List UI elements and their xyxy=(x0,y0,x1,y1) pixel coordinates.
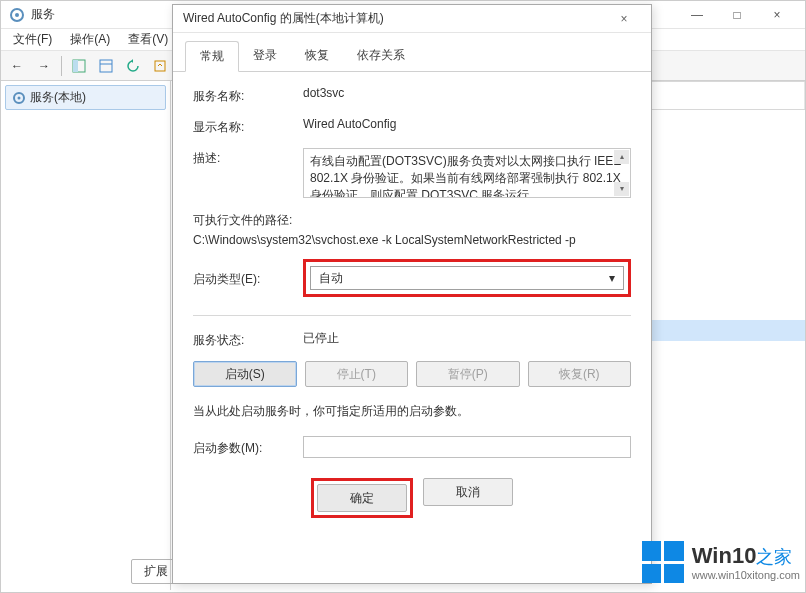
dialog-tabs: 常规 登录 恢复 依存关系 xyxy=(173,33,651,72)
label-start-type: 启动类型(E): xyxy=(193,269,303,288)
value-svc-name: dot3svc xyxy=(303,86,631,100)
startup-type-select[interactable]: 自动 ▾ xyxy=(310,266,624,290)
export-icon xyxy=(153,59,167,73)
maximize-button[interactable]: □ xyxy=(717,1,757,29)
value-desc: 有线自动配置(DOT3SVC)服务负责对以太网接口执行 IEEE 802.1X … xyxy=(310,154,621,198)
main-title: 服务 xyxy=(31,6,55,23)
label-exe-path: 可执行文件的路径: xyxy=(193,210,292,229)
watermark-url: www.win10xitong.com xyxy=(692,569,800,581)
start-button[interactable]: 启动(S) xyxy=(193,361,297,387)
nav-node-label: 服务(本地) xyxy=(30,89,86,106)
resume-button: 恢复(R) xyxy=(528,361,632,387)
properties-dialog: Wired AutoConfig 的属性(本地计算机) × 常规 登录 恢复 依… xyxy=(172,4,652,584)
gear-icon xyxy=(9,7,25,23)
desc-scrollbar[interactable]: ▴▾ xyxy=(614,150,629,196)
svg-rect-6 xyxy=(155,61,165,71)
dialog-footer: 确定 取消 xyxy=(193,470,631,518)
menu-file[interactable]: 文件(F) xyxy=(5,29,60,50)
toolbar-btn-1[interactable] xyxy=(67,54,91,78)
gear-icon xyxy=(12,91,26,105)
toolbar-separator xyxy=(61,56,62,76)
svg-point-1 xyxy=(15,13,19,17)
panel-icon xyxy=(72,59,86,73)
startup-type-value: 自动 xyxy=(319,270,343,287)
dialog-form: 服务名称: dot3svc 显示名称: Wired AutoConfig 描述:… xyxy=(173,72,651,528)
tab-logon[interactable]: 登录 xyxy=(239,41,291,71)
highlight-start-type: 自动 ▾ xyxy=(303,259,631,297)
dialog-titlebar[interactable]: Wired AutoConfig 的属性(本地计算机) × xyxy=(173,5,651,33)
list-icon xyxy=(99,59,113,73)
watermark-brand: Win10 xyxy=(692,543,757,568)
ok-button[interactable]: 确定 xyxy=(317,484,407,512)
tab-dependencies[interactable]: 依存关系 xyxy=(343,41,419,71)
pause-button: 暂停(P) xyxy=(416,361,520,387)
arrow-left-icon: ← xyxy=(11,59,23,73)
minimize-button[interactable]: — xyxy=(677,1,717,29)
label-disp-name: 显示名称: xyxy=(193,117,303,136)
menu-action[interactable]: 操作(A) xyxy=(62,29,118,50)
tab-recovery[interactable]: 恢复 xyxy=(291,41,343,71)
tab-general[interactable]: 常规 xyxy=(185,41,239,72)
nav-tree: 服务(本地) xyxy=(1,81,171,590)
svg-rect-4 xyxy=(100,60,112,72)
stop-button: 停止(T) xyxy=(305,361,409,387)
divider xyxy=(193,315,631,316)
service-control-buttons: 启动(S) 停止(T) 暂停(P) 恢复(R) xyxy=(193,361,631,387)
cancel-button[interactable]: 取消 xyxy=(423,478,513,506)
value-disp-name: Wired AutoConfig xyxy=(303,117,631,131)
close-button[interactable]: × xyxy=(757,1,797,29)
value-exe-path: C:\Windows\system32\svchost.exe -k Local… xyxy=(193,233,576,247)
toolbar-btn-4[interactable] xyxy=(148,54,172,78)
dialog-close-button[interactable]: × xyxy=(607,7,641,31)
start-params-note: 当从此处启动服务时，你可指定所适用的启动参数。 xyxy=(193,403,631,420)
label-svc-name: 服务名称: xyxy=(193,86,303,105)
refresh-icon xyxy=(126,59,140,73)
back-button[interactable]: ← xyxy=(5,54,29,78)
description-box[interactable]: 有线自动配置(DOT3SVC)服务负责对以太网接口执行 IEEE 802.1X … xyxy=(303,148,631,198)
arrow-right-icon: → xyxy=(38,59,50,73)
forward-button[interactable]: → xyxy=(32,54,56,78)
nav-node-services-local[interactable]: 服务(本地) xyxy=(5,85,166,110)
svg-rect-3 xyxy=(73,60,78,72)
scroll-down-icon[interactable]: ▾ xyxy=(614,182,629,196)
windows-logo-icon xyxy=(642,541,684,583)
menu-view[interactable]: 查看(V) xyxy=(120,29,176,50)
label-start-params: 启动参数(M): xyxy=(193,438,303,457)
watermark: Win10之家 www.win10xitong.com xyxy=(642,541,800,583)
dialog-title: Wired AutoConfig 的属性(本地计算机) xyxy=(183,10,384,27)
svg-point-10 xyxy=(18,96,21,99)
scroll-up-icon[interactable]: ▴ xyxy=(614,150,629,164)
value-status: 已停止 xyxy=(303,330,631,347)
start-params-input[interactable] xyxy=(303,436,631,458)
label-status: 服务状态: xyxy=(193,330,303,349)
toolbar-btn-2[interactable] xyxy=(94,54,118,78)
highlight-ok: 确定 xyxy=(311,478,413,518)
watermark-suffix: 之家 xyxy=(756,547,792,567)
chevron-down-icon: ▾ xyxy=(609,271,615,285)
toolbar-btn-3[interactable] xyxy=(121,54,145,78)
label-desc: 描述: xyxy=(193,148,303,167)
